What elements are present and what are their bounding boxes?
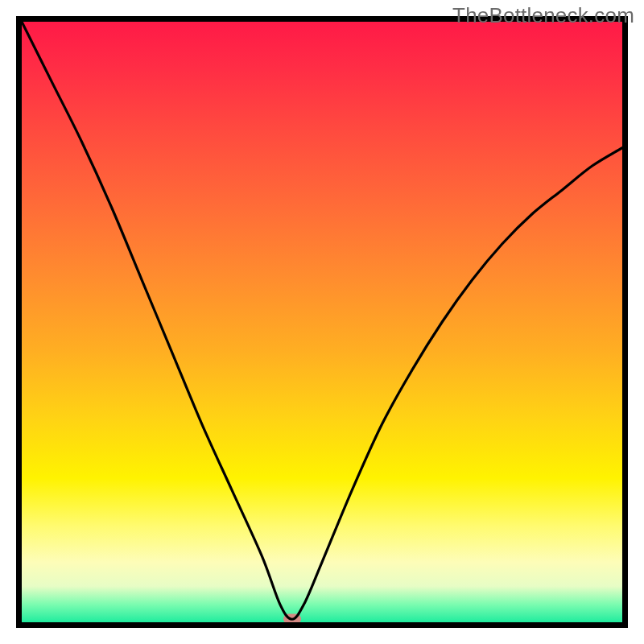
bottleneck-curve-path: [22, 22, 622, 619]
curve-layer: [22, 22, 622, 622]
chart-frame: TheBottleneck.com: [0, 0, 644, 644]
plot-area: [16, 16, 628, 628]
watermark-text: TheBottleneck.com: [452, 3, 634, 28]
